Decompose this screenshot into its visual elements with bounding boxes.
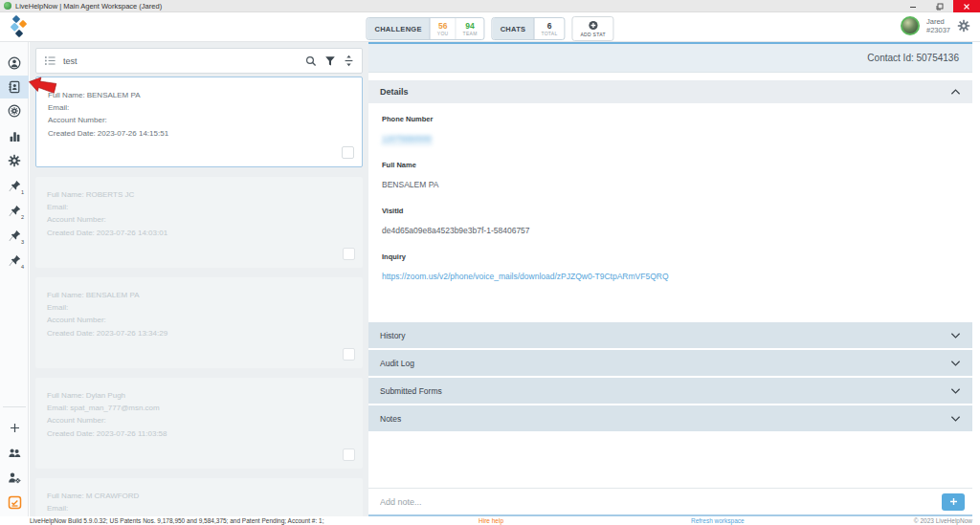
card-checkbox[interactable] (342, 146, 354, 159)
audit-log-title: Audit Log (380, 359, 414, 368)
add-note-input[interactable] (380, 497, 934, 507)
pin-3-number: 3 (21, 239, 24, 245)
contact-card[interactable]: Full Name:Dylan Pugh Email:spat_man_777@… (35, 378, 363, 469)
pin-3-icon (9, 230, 21, 242)
phone-number-link[interactable]: 12075550000 (382, 134, 432, 144)
titlebar: LiveHelpNow | Main Agent Workspace (Jare… (0, 0, 980, 12)
rail-item-pin-3[interactable]: 3 (0, 223, 29, 248)
app-icon (4, 2, 11, 10)
challenge-you-stat: 56 YOU (431, 18, 456, 39)
rail-item-team[interactable] (0, 440, 29, 465)
footer: LiveHelpNow Build 5.9.0.32; US Patents N… (0, 516, 980, 525)
pin-2-icon (9, 205, 21, 217)
chevron-down-icon (950, 332, 961, 339)
field-inquiry: Inquiry https://zoom.us/v2/phone/voice_m… (382, 252, 959, 283)
rail-item-user-settings[interactable] (0, 465, 29, 490)
visitid-label: VisitId (382, 207, 959, 215)
challenge-team-stat: 94 TEAM (456, 18, 484, 39)
chevron-up-icon (950, 88, 961, 96)
plus-icon (10, 423, 20, 433)
contact-list-panel: Full Name:BENSALEM PA Email: Account Num… (30, 42, 368, 516)
contact-card[interactable]: Full Name:ROBERTS JC Email: Account Numb… (35, 177, 363, 268)
field-full-name: Full Name BENSALEM PA (382, 161, 959, 191)
phone-number-label: Phone Number (382, 115, 959, 123)
add-stat-label: ADD STAT (580, 32, 605, 37)
section-details-header[interactable]: Details (368, 80, 972, 103)
inquiry-label: Inquiry (382, 252, 959, 261)
app-window: LiveHelpNow | Main Agent Workspace (Jare… (0, 0, 980, 525)
avatar[interactable] (901, 16, 920, 35)
search-input[interactable] (63, 56, 299, 66)
field-phone-number: Phone Number 12075550000 (382, 115, 959, 145)
add-note-bar (368, 488, 972, 514)
card-email: Email: (48, 101, 352, 114)
field-visitid: VisitId de4d65a09e8a4523b9e3b7f-1-584067… (382, 207, 959, 237)
close-button[interactable] (953, 0, 980, 12)
chats-total-value: 6 (547, 22, 552, 31)
card-checkbox[interactable] (343, 348, 355, 361)
minimize-button[interactable] (900, 0, 926, 12)
add-note-button[interactable] (942, 493, 965, 511)
contact-card[interactable]: Full Name:BENSALEM PA Email: Account Num… (35, 277, 363, 368)
card-checkbox[interactable] (343, 448, 355, 461)
rail-item-forms[interactable] (0, 490, 29, 514)
contact-detail-panel: Contact Id: 50754136 Details Phone Numbe… (368, 42, 972, 516)
card-email: Email:spat_man_777@msn.com (47, 402, 353, 414)
card-checkbox[interactable] (343, 248, 355, 260)
challenge-widget[interactable]: CHALLENGE 56 YOU 94 TEAM (366, 17, 484, 40)
notes-title: Notes (380, 414, 401, 424)
gear-icon[interactable] (957, 19, 970, 33)
card-email: Email: (47, 201, 353, 213)
app-header: CHALLENGE 56 YOU 94 TEAM CHATS 6 TOTAL (0, 12, 980, 42)
add-stat-button[interactable]: ADD STAT (572, 16, 614, 41)
search-icon[interactable] (305, 55, 317, 67)
card-email: Email: (47, 502, 353, 514)
refresh-workspace-link[interactable]: Refresh workspace (691, 517, 745, 524)
card-created-date: Created Date:2023-07-26 14:15:51 (48, 127, 352, 140)
list-icon[interactable] (44, 55, 56, 67)
pin-4-icon (9, 254, 21, 267)
card-account-number: Account Number: (47, 213, 353, 226)
sort-icon[interactable] (344, 55, 354, 67)
rail-divider (3, 406, 26, 407)
section-submitted-forms[interactable]: Submitted Forms (368, 378, 972, 404)
filter-icon[interactable] (324, 55, 336, 67)
chevron-down-icon (950, 415, 961, 423)
rail-item-operator[interactable] (0, 51, 29, 76)
rail-item-add[interactable] (0, 415, 29, 440)
copyright: © 2023 LiveHelpNow (914, 517, 972, 524)
section-notes[interactable]: Notes (368, 405, 972, 431)
full-name-label: Full Name (382, 161, 959, 169)
chevron-down-icon (950, 360, 961, 367)
rail-item-agent-settings[interactable] (0, 98, 29, 123)
user-info: Jared #23037 (926, 17, 950, 34)
hire-help-link[interactable]: Hire help (479, 517, 503, 524)
inquiry-link[interactable]: https://zoom.us/v2/phone/voice_mails/dow… (382, 272, 669, 281)
maximize-button[interactable] (926, 0, 953, 12)
chats-button[interactable]: CHATS (493, 18, 535, 39)
user-settings-icon (8, 471, 21, 484)
left-icon-rail: 1 2 3 4 (0, 42, 29, 516)
contacts-book-icon (8, 80, 21, 94)
contact-card[interactable]: Full Name:M CRAWFORD Email: Account Numb… (35, 478, 363, 516)
card-created-date: Created Date:2023-07-26 13:34:29 (47, 327, 353, 339)
section-history[interactable]: History (368, 322, 972, 348)
rail-item-pin-1[interactable]: 1 (0, 173, 29, 198)
section-audit-log[interactable]: Audit Log (368, 350, 972, 376)
challenge-you-value: 56 (438, 22, 447, 31)
contact-card-selected[interactable]: Full Name:BENSALEM PA Email: Account Num… (35, 77, 363, 167)
chats-widget[interactable]: CHATS 6 TOTAL (492, 17, 566, 40)
contact-id: Contact Id: 50754136 (867, 53, 959, 63)
rail-item-reports[interactable] (0, 123, 29, 148)
rail-item-pin-2[interactable]: 2 (0, 198, 29, 223)
card-created-date: Created Date:2023-07-26 14:03:01 (47, 227, 353, 239)
rail-item-pin-4[interactable]: 4 (0, 248, 29, 273)
challenge-button[interactable]: CHALLENGE (367, 18, 430, 39)
rail-item-contacts[interactable] (0, 76, 29, 98)
chevron-down-icon (950, 387, 961, 395)
team-icon (8, 447, 21, 459)
rail-item-settings[interactable] (0, 148, 29, 173)
submitted-forms-title: Submitted Forms (380, 386, 442, 396)
user-id: #23037 (926, 26, 950, 34)
card-account-number: Account Number: (47, 414, 353, 427)
